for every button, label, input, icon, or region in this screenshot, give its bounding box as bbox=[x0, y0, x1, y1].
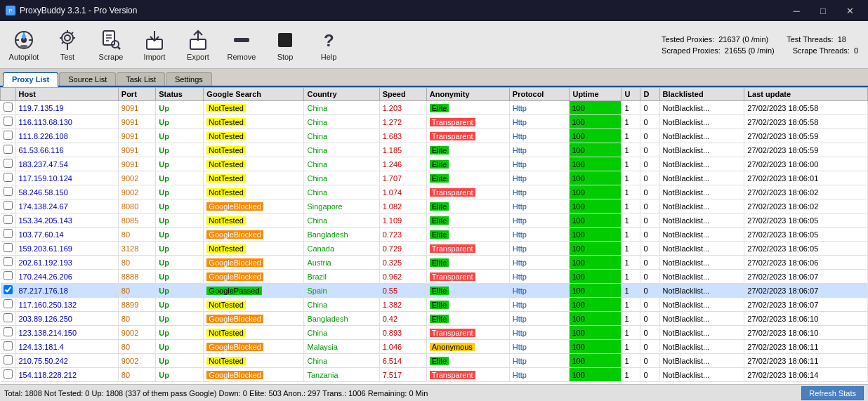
row-lastupdate: 27/02/2023 18:06:00 bbox=[744, 157, 868, 171]
table-row[interactable]: 154.118.228.212 80 Up GoogleBlocked Tanz… bbox=[1, 368, 868, 382]
table-row[interactable]: 174.138.24.67 8080 Up GoogleBlocked Sing… bbox=[1, 199, 868, 213]
row-gsearch: GoogleBlocked bbox=[204, 368, 304, 382]
row-status: Up bbox=[156, 312, 204, 326]
refresh-stats-button[interactable]: Refresh Stats bbox=[801, 386, 864, 400]
table-row[interactable]: 124.13.181.4 80 Up GoogleBlocked Malaysi… bbox=[1, 340, 868, 354]
maximize-button[interactable]: □ bbox=[810, 0, 836, 21]
row-host: 202.61.192.193 bbox=[15, 256, 118, 270]
row-speed: 1.185 bbox=[379, 143, 426, 157]
remove-button[interactable]: Remove bbox=[221, 25, 263, 65]
table-row[interactable]: 103.77.60.14 80 Up GoogleBlocked Banglad… bbox=[1, 228, 868, 242]
tab-source-list[interactable]: Source List bbox=[59, 72, 116, 86]
scraped-proxies-value: 21655 (0 /min) bbox=[725, 46, 775, 55]
row-speed: 6.514 bbox=[379, 354, 426, 368]
table-row[interactable]: 203.89.126.250 80 Up GoogleBlocked Bangl… bbox=[1, 312, 868, 326]
row-checkbox[interactable] bbox=[1, 270, 16, 284]
row-checkbox[interactable] bbox=[1, 312, 16, 326]
close-button[interactable]: ✕ bbox=[837, 0, 862, 21]
autopilot-button[interactable]: Autopilot bbox=[3, 25, 45, 65]
row-u: 1 bbox=[622, 143, 640, 157]
test-threads-value: 18 bbox=[838, 35, 846, 44]
row-u: 1 bbox=[622, 354, 640, 368]
row-checkbox[interactable] bbox=[1, 326, 16, 340]
row-blacklisted: NotBlacklist... bbox=[659, 340, 744, 354]
table-row[interactable]: 210.75.50.242 9002 Up NotTested China 6.… bbox=[1, 354, 868, 368]
row-checkbox[interactable] bbox=[1, 129, 16, 143]
row-checkbox[interactable] bbox=[1, 101, 16, 115]
row-country: Austria bbox=[304, 256, 379, 270]
row-protocol: Http bbox=[509, 228, 570, 242]
test-button[interactable]: Test bbox=[46, 25, 88, 65]
table-row[interactable]: 159.203.61.169 3128 Up NotTested Canada … bbox=[1, 242, 868, 256]
row-anonymity: Elite bbox=[426, 157, 509, 171]
table-row[interactable]: 170.244.26.206 8888 Up GoogleBlocked Bra… bbox=[1, 270, 868, 284]
minimize-button[interactable]: ─ bbox=[784, 0, 809, 21]
col-u[interactable]: U bbox=[622, 88, 640, 101]
row-status: Up bbox=[156, 368, 204, 382]
tab-task-list[interactable]: Task List bbox=[117, 72, 165, 86]
table-row[interactable]: 61.53.66.116 9091 Up NotTested China 1.1… bbox=[1, 143, 868, 157]
help-button[interactable]: ? Help bbox=[308, 25, 350, 65]
table-row[interactable]: 116.113.68.130 9091 Up NotTested China 1… bbox=[1, 115, 868, 129]
table-row[interactable]: 87.217.176.18 80 Up GooglePassed Spain 0… bbox=[1, 284, 868, 298]
table-row[interactable]: 111.8.226.108 9091 Up NotTested China 1.… bbox=[1, 129, 868, 143]
col-uptime[interactable]: Uptime bbox=[570, 88, 622, 101]
row-checkbox[interactable] bbox=[1, 354, 16, 368]
row-checkbox[interactable] bbox=[1, 185, 16, 199]
svg-point-6 bbox=[62, 32, 73, 44]
tested-proxies-value: 21637 (0 /min) bbox=[718, 35, 768, 44]
row-checkbox[interactable] bbox=[1, 115, 16, 129]
tab-proxy-list[interactable]: Proxy List bbox=[3, 72, 58, 87]
row-checkbox[interactable] bbox=[1, 171, 16, 185]
export-button[interactable]: Export bbox=[177, 25, 219, 65]
col-port[interactable]: Port bbox=[118, 88, 155, 101]
row-checkbox[interactable] bbox=[1, 368, 16, 382]
row-u: 1 bbox=[622, 256, 640, 270]
col-host[interactable]: Host bbox=[15, 88, 118, 101]
row-host: 123.138.214.150 bbox=[15, 326, 118, 340]
table-row[interactable]: 153.34.205.143 8085 Up NotTested China 1… bbox=[1, 213, 868, 228]
row-protocol: Http bbox=[509, 171, 570, 185]
scrape-button[interactable]: Scrape bbox=[90, 25, 132, 65]
autopilot-label: Autopilot bbox=[9, 53, 39, 61]
table-body: 119.7.135.19 9091 Up NotTested China 1.2… bbox=[1, 101, 868, 382]
row-checkbox[interactable] bbox=[1, 157, 16, 171]
row-checkbox[interactable] bbox=[1, 298, 16, 312]
nav-tabs: Proxy List Source List Task List Setting… bbox=[0, 69, 868, 87]
col-anonymity[interactable]: Anonymity bbox=[426, 88, 509, 101]
row-u: 1 bbox=[622, 340, 640, 354]
col-lastupdate[interactable]: Last update bbox=[744, 88, 868, 101]
col-d[interactable]: D bbox=[640, 88, 659, 101]
row-status: Up bbox=[156, 101, 204, 115]
row-checkbox[interactable] bbox=[1, 213, 16, 228]
svg-rect-22 bbox=[190, 39, 206, 49]
svg-rect-5 bbox=[20, 45, 27, 48]
stop-button[interactable]: Stop bbox=[264, 25, 306, 65]
table-row[interactable]: 119.7.135.19 9091 Up NotTested China 1.2… bbox=[1, 101, 868, 115]
row-checkbox[interactable] bbox=[1, 228, 16, 242]
svg-line-12 bbox=[72, 32, 73, 34]
test-threads-label: Test Threads: bbox=[787, 35, 833, 44]
table-row[interactable]: 202.61.192.193 80 Up GoogleBlocked Austr… bbox=[1, 256, 868, 270]
row-speed: 1.082 bbox=[379, 199, 426, 213]
row-checkbox[interactable] bbox=[1, 143, 16, 157]
col-blacklisted[interactable]: Blacklisted bbox=[659, 88, 744, 101]
table-row[interactable]: 117.159.10.124 9002 Up NotTested China 1… bbox=[1, 171, 868, 185]
row-u: 1 bbox=[622, 199, 640, 213]
row-checkbox[interactable] bbox=[1, 256, 16, 270]
table-row[interactable]: 183.237.47.54 9091 Up NotTested China 1.… bbox=[1, 157, 868, 171]
table-row[interactable]: 117.160.250.132 8899 Up NotTested China … bbox=[1, 298, 868, 312]
row-checkbox[interactable] bbox=[1, 284, 16, 298]
import-button[interactable]: Import bbox=[133, 25, 176, 65]
row-checkbox[interactable] bbox=[1, 340, 16, 354]
col-status[interactable]: Status bbox=[156, 88, 204, 101]
row-checkbox[interactable] bbox=[1, 199, 16, 213]
col-country[interactable]: Country bbox=[304, 88, 379, 101]
table-row[interactable]: 58.246.58.150 9002 Up NotTested China 1.… bbox=[1, 185, 868, 199]
col-protocol[interactable]: Protocol bbox=[509, 88, 570, 101]
col-google-search[interactable]: Google Search bbox=[204, 88, 304, 101]
row-checkbox[interactable] bbox=[1, 242, 16, 256]
tab-settings[interactable]: Settings bbox=[166, 72, 212, 86]
table-row[interactable]: 123.138.214.150 9002 Up NotTested China … bbox=[1, 326, 868, 340]
col-speed[interactable]: Speed bbox=[379, 88, 426, 101]
